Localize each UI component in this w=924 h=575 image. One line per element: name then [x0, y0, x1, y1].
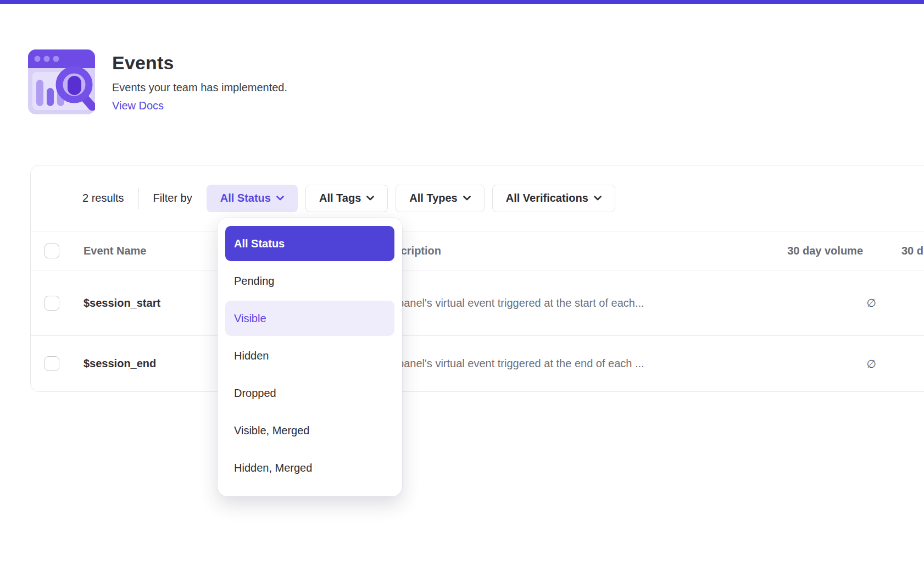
page-subtitle: Events your team has implemented. [112, 81, 287, 94]
select-all-checkbox[interactable] [44, 244, 59, 258]
chevron-down-icon [276, 196, 284, 201]
status-filter-button[interactable]: All Status [207, 185, 298, 212]
dropdown-item-visible-merged[interactable]: Visible, Merged [225, 413, 394, 448]
dropdown-item-hidden[interactable]: Hidden [225, 338, 394, 373]
verifications-filter-label: All Verifications [506, 192, 588, 204]
column-header-30-day-users[interactable]: 30 d [876, 245, 924, 257]
dropdown-item-hidden-merged[interactable]: Hidden, Merged [225, 450, 394, 485]
filter-toolbar: 2 results Filter by All Status All Tags … [31, 165, 924, 231]
status-dropdown-menu: All Status Pending Visible Hidden Droppe… [218, 218, 402, 496]
dropdown-item-dropped[interactable]: Dropped [225, 375, 394, 411]
dropdown-item-pending[interactable]: Pending [225, 263, 394, 298]
chevron-down-icon [594, 196, 602, 201]
verifications-filter-button[interactable]: All Verifications [492, 185, 615, 212]
view-docs-link[interactable]: View Docs [112, 99, 164, 112]
event-description: Mixpanel's virtual event triggered at th… [381, 357, 742, 370]
results-count: 2 results [82, 192, 124, 204]
types-filter-button[interactable]: All Types [396, 185, 484, 212]
column-header-30-day-volume[interactable]: 30 day volume [742, 245, 876, 257]
page-title: Events [112, 52, 287, 74]
row-checkbox[interactable] [44, 356, 59, 371]
status-filter-label: All Status [220, 192, 271, 204]
toolbar-divider [138, 188, 139, 209]
top-accent-bar [0, 0, 924, 4]
event-description: Mixpanel's virtual event triggered at th… [381, 297, 742, 309]
event-30-day-volume: ∅ [867, 297, 876, 309]
filter-by-label: Filter by [153, 192, 192, 204]
events-table-card: 2 results Filter by All Status All Tags … [30, 165, 924, 392]
table-header-row: Event Name Description 30 day volume 30 … [31, 231, 924, 270]
events-report-icon [28, 49, 95, 114]
types-filter-label: All Types [409, 192, 457, 204]
event-30-day-volume: ∅ [867, 358, 876, 370]
dropdown-item-all-status[interactable]: All Status [225, 226, 394, 261]
column-header-description[interactable]: Description [381, 245, 742, 257]
row-checkbox[interactable] [44, 296, 59, 311]
table-row[interactable]: $session_start Mixpanel's virtual event … [31, 270, 924, 336]
tags-filter-button[interactable]: All Tags [305, 185, 388, 212]
page-header: Events Events your team has implemented.… [28, 49, 287, 114]
tags-filter-label: All Tags [319, 192, 361, 204]
chevron-down-icon [366, 196, 374, 201]
chevron-down-icon [463, 196, 471, 201]
table-row[interactable]: $session_end Mixpanel's virtual event tr… [31, 336, 924, 391]
dropdown-item-visible[interactable]: Visible [225, 301, 394, 336]
